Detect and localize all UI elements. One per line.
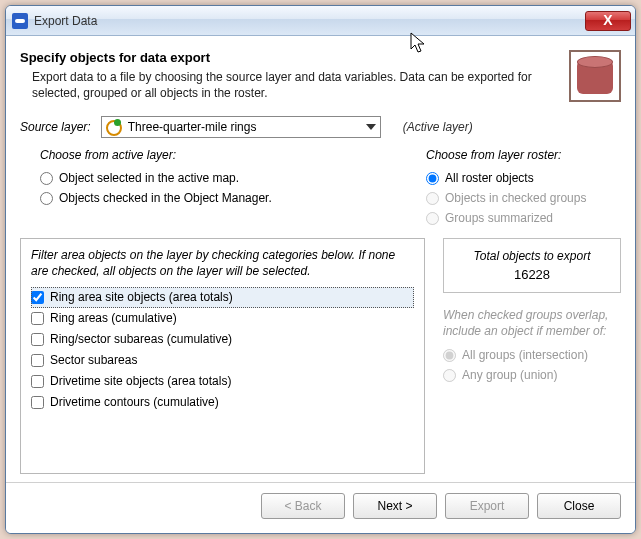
filter-item-ring-sector-subareas[interactable]: Ring/sector subareas (cumulative) <box>31 329 414 350</box>
checkbox-input[interactable] <box>31 333 44 346</box>
filter-item-label: Drivetime contours (cumulative) <box>50 392 219 413</box>
source-layer-dropdown[interactable]: Three-quarter-mile rings <box>101 116 381 138</box>
radio-all-groups-intersection: All groups (intersection) <box>443 345 621 365</box>
radio-label: Groups summarized <box>445 208 553 228</box>
filter-item-drivetime-contours[interactable]: Drivetime contours (cumulative) <box>31 392 414 413</box>
total-objects-panel: Total objects to export 16228 <box>443 238 621 293</box>
chevron-down-icon <box>366 124 376 130</box>
radio-input-groups-summarized <box>426 212 439 225</box>
active-layer-group-heading: Choose from active layer: <box>40 148 402 162</box>
filter-item-label: Ring areas (cumulative) <box>50 308 177 329</box>
radio-input-union <box>443 369 456 382</box>
radio-input-intersection <box>443 349 456 362</box>
filter-categories-panel: Filter area objects on the layer by chec… <box>20 238 425 474</box>
radio-objects-checked-groups: Objects in checked groups <box>426 188 621 208</box>
filter-instructions: Filter area objects on the layer by chec… <box>31 247 414 279</box>
total-objects-label: Total objects to export <box>452 249 612 263</box>
radio-label: All groups (intersection) <box>462 345 588 365</box>
rings-layer-icon <box>106 119 122 135</box>
radio-label: Objects in checked groups <box>445 188 586 208</box>
filter-item-ring-areas-cumulative[interactable]: Ring areas (cumulative) <box>31 308 414 329</box>
checkbox-input[interactable] <box>31 354 44 367</box>
back-button: < Back <box>261 493 345 519</box>
radio-label: Any group (union) <box>462 365 557 385</box>
checkbox-input[interactable] <box>31 396 44 409</box>
source-layer-label: Source layer: <box>20 120 91 134</box>
filter-item-label: Ring/sector subareas (cumulative) <box>50 329 232 350</box>
radio-input-object-selected-map[interactable] <box>40 172 53 185</box>
overlap-group: When checked groups overlap, include an … <box>443 307 621 385</box>
radio-all-roster-objects[interactable]: All roster objects <box>426 168 621 188</box>
radio-groups-summarized: Groups summarized <box>426 208 621 228</box>
filter-item-label: Drivetime site objects (area totals) <box>50 371 231 392</box>
window-title: Export Data <box>34 14 97 28</box>
radio-any-group-union: Any group (union) <box>443 365 621 385</box>
dialog-content: Specify objects for data export Export d… <box>6 36 635 482</box>
radio-label: Object selected in the active map. <box>59 168 239 188</box>
filter-item-ring-area-site-objects[interactable]: Ring area site objects (area totals) <box>31 287 414 308</box>
export-data-dialog: Export Data X Specify objects for data e… <box>5 5 636 534</box>
page-heading: Specify objects for data export <box>20 50 561 65</box>
export-button: Export <box>445 493 529 519</box>
filter-item-label: Ring area site objects (area totals) <box>50 287 233 308</box>
app-icon <box>12 13 28 29</box>
filter-item-label: Sector subareas <box>50 350 137 371</box>
overlap-instructions: When checked groups overlap, include an … <box>443 307 621 339</box>
page-description: Export data to a file by choosing the so… <box>32 69 561 101</box>
roster-group-heading: Choose from layer roster: <box>426 148 621 162</box>
radio-objects-checked-manager[interactable]: Objects checked in the Object Manager. <box>40 188 402 208</box>
active-layer-label: (Active layer) <box>403 120 473 134</box>
checkbox-input[interactable] <box>31 291 44 304</box>
database-icon <box>569 50 621 102</box>
radio-input-objects-checked-manager[interactable] <box>40 192 53 205</box>
radio-input-all-roster[interactable] <box>426 172 439 185</box>
next-button[interactable]: Next > <box>353 493 437 519</box>
close-button[interactable]: Close <box>537 493 621 519</box>
dialog-footer: < Back Next > Export Close <box>6 482 635 533</box>
total-objects-value: 16228 <box>452 267 612 282</box>
titlebar: Export Data X <box>6 6 635 36</box>
radio-object-selected-map[interactable]: Object selected in the active map. <box>40 168 402 188</box>
radio-label: All roster objects <box>445 168 534 188</box>
window-close-button[interactable]: X <box>585 11 631 31</box>
checkbox-input[interactable] <box>31 312 44 325</box>
filter-item-sector-subareas[interactable]: Sector subareas <box>31 350 414 371</box>
checkbox-input[interactable] <box>31 375 44 388</box>
radio-input-checked-groups <box>426 192 439 205</box>
radio-label: Objects checked in the Object Manager. <box>59 188 272 208</box>
filter-item-drivetime-site-objects[interactable]: Drivetime site objects (area totals) <box>31 371 414 392</box>
source-layer-value: Three-quarter-mile rings <box>128 120 360 134</box>
